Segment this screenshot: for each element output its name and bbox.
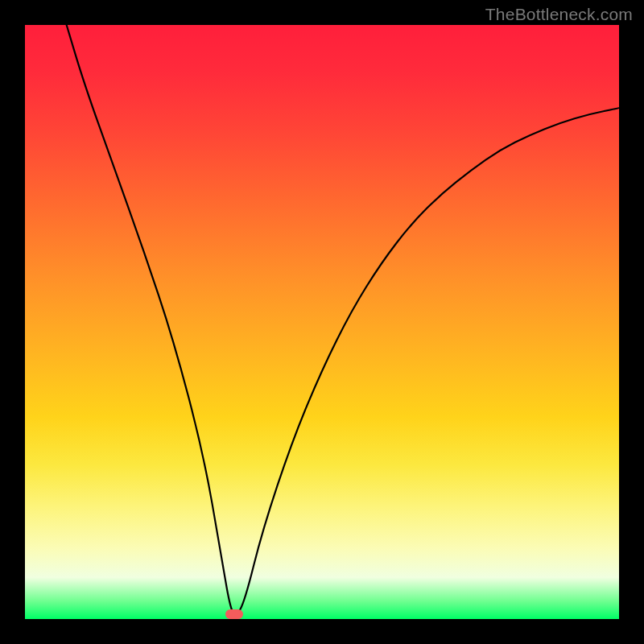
watermark-text: TheBottleneck.com (485, 5, 633, 24)
chart-plot-area (25, 25, 619, 619)
chart-minimum-marker (225, 609, 243, 619)
chart-curve-svg (25, 25, 619, 619)
chart-curve-path (67, 25, 619, 614)
